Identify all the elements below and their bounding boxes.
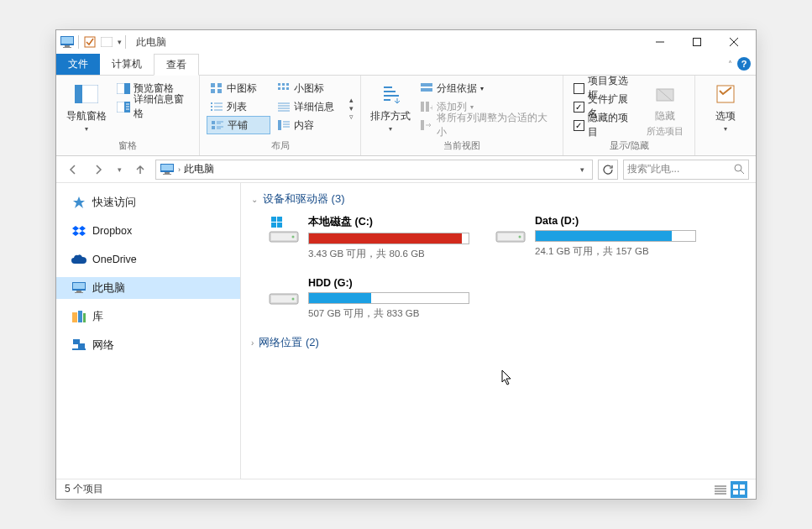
help-icon[interactable]: ?	[737, 57, 751, 71]
new-folder-icon[interactable]	[99, 34, 114, 50]
layout-content[interactable]: 内容	[274, 116, 346, 134]
svg-rect-70	[76, 291, 81, 292]
layout-scroll-down[interactable]: ▾	[349, 104, 354, 113]
nav-pane-button[interactable]: 导航窗格 ▾	[63, 79, 110, 133]
sidebar-item-quick-access[interactable]: 快速访问	[56, 191, 240, 213]
svg-rect-32	[212, 126, 215, 129]
drive-usage-bar	[308, 292, 469, 304]
window-controls	[642, 31, 752, 53]
address-bar[interactable]: › 此电脑 ▾	[155, 160, 593, 180]
computer-icon	[71, 280, 86, 296]
drive-item[interactable]: HDD (G:)507 GB 可用，共 833 GB	[268, 277, 469, 320]
ribbon-collapse-icon[interactable]: ˄	[728, 60, 732, 69]
group-header-devices[interactable]: ⌄ 设备和驱动器 (3)	[251, 191, 746, 207]
computer-icon	[160, 162, 175, 177]
status-item-count: 5 个项目	[65, 482, 103, 496]
minimize-button[interactable]	[642, 31, 678, 53]
sidebar-item-dropbox[interactable]: Dropbox	[56, 220, 240, 242]
svg-rect-2	[65, 45, 70, 47]
checkbox-checked-icon: ✓	[574, 102, 584, 113]
layout-details[interactable]: 详细信息	[274, 97, 346, 116]
layout-scroll-up[interactable]: ▴	[349, 96, 354, 104]
qat-separator	[78, 35, 79, 49]
drive-name: Data (D:)	[535, 215, 696, 227]
hide-icon	[652, 81, 678, 107]
view-tiles-button[interactable]	[731, 481, 747, 498]
svg-rect-3	[63, 47, 71, 48]
svg-rect-36	[282, 83, 285, 86]
properties-icon[interactable]	[82, 34, 97, 50]
content-icon	[277, 118, 291, 132]
drive-stat: 507 GB 可用，共 833 GB	[308, 307, 469, 320]
drive-item[interactable]: 本地磁盘 (C:)3.43 GB 可用，共 80.6 GB	[268, 215, 469, 260]
refresh-button[interactable]	[598, 160, 618, 180]
layout-list[interactable]: 列表	[207, 97, 270, 116]
layout-tiles[interactable]: 平铺	[207, 116, 270, 134]
qat-customize-icon[interactable]: ▾	[118, 38, 122, 46]
content-pane[interactable]: ⌄ 设备和驱动器 (3) 本地磁盘 (C:)3.43 GB 可用，共 80.6 …	[241, 183, 756, 479]
layout-medium-icons[interactable]: 中图标	[207, 79, 270, 97]
sidebar-item-network[interactable]: 网络	[56, 334, 240, 356]
drive-usage-bar	[308, 233, 469, 244]
cursor-icon	[501, 369, 515, 386]
svg-rect-74	[83, 313, 86, 322]
maximize-button[interactable]	[678, 31, 715, 53]
nav-up-button[interactable]	[130, 160, 150, 180]
tab-file[interactable]: 文件	[56, 54, 100, 75]
qat-separator	[125, 35, 126, 49]
preview-pane-icon	[117, 81, 130, 95]
svg-rect-20	[217, 83, 222, 87]
status-bar: 5 个项目	[56, 479, 756, 499]
svg-rect-81	[271, 217, 276, 222]
quick-access-toolbar: ▾	[60, 34, 128, 50]
drives-list: 本地磁盘 (C:)3.43 GB 可用，共 80.6 GBData (D:)24…	[268, 215, 746, 320]
nav-pane-icon	[73, 81, 100, 107]
add-col-icon: +	[420, 100, 433, 113]
system-menu-icon[interactable]	[60, 34, 75, 50]
svg-rect-71	[75, 292, 83, 293]
explorer-body: 快速访问 Dropbox OneDrive 此电脑 库	[56, 183, 756, 479]
ribbon: 导航窗格 ▾ 预览窗格 详细信息窗格 窗格 中图标 列表 平铺	[56, 76, 756, 156]
svg-rect-13	[124, 83, 130, 94]
tab-view[interactable]: 查看	[154, 54, 199, 76]
address-crumb[interactable]: 此电脑	[184, 162, 214, 176]
hidden-items-toggle[interactable]: ✓隐藏的项目	[570, 116, 639, 134]
search-input[interactable]: 搜索"此电...	[623, 160, 749, 180]
group-by-button[interactable]: 分组依据 ▾	[416, 79, 556, 97]
layout-small-icons[interactable]: 小图标	[274, 79, 346, 97]
nav-forward-button[interactable]	[88, 160, 108, 180]
hide-items-button[interactable]: 隐藏 所选项目	[642, 79, 688, 138]
fit-columns-button[interactable]: 将所有列调整为合适的大小	[416, 116, 556, 134]
search-icon	[734, 164, 745, 175]
sidebar-item-onedrive[interactable]: OneDrive	[56, 249, 240, 270]
svg-rect-21	[211, 89, 215, 93]
svg-rect-56	[426, 102, 429, 112]
chevron-right-icon[interactable]: ›	[178, 165, 181, 174]
details-pane-button[interactable]: 详细信息窗格	[113, 97, 192, 116]
nav-back-button[interactable]	[63, 160, 83, 180]
drive-item[interactable]: Data (D:)24.1 GB 可用，共 157 GB	[495, 215, 696, 260]
tab-computer[interactable]: 计算机	[100, 54, 154, 75]
sort-button[interactable]: 排序方式 ▾	[368, 79, 413, 138]
svg-rect-65	[163, 174, 171, 175]
svg-rect-27	[211, 109, 212, 111]
layout-expand[interactable]: ▿	[349, 113, 354, 121]
nav-history-button[interactable]: ▾	[113, 160, 125, 180]
svg-point-90	[292, 298, 295, 301]
svg-rect-29	[212, 121, 215, 124]
sidebar-item-libraries[interactable]: 库	[56, 306, 240, 327]
svg-point-66	[735, 165, 741, 171]
list-icon	[210, 100, 223, 113]
drive-stat: 3.43 GB 可用，共 80.6 GB	[308, 248, 469, 260]
onedrive-icon	[71, 252, 86, 267]
group-header-network[interactable]: › 网络位置 (2)	[251, 335, 746, 350]
svg-rect-76	[78, 343, 85, 348]
address-dropdown-icon[interactable]: ▾	[575, 165, 589, 174]
ribbon-group-label: 窗格	[63, 138, 192, 155]
view-details-button[interactable]	[712, 481, 729, 498]
ribbon-group-show-hide: 项目复选框 ✓文件扩展名 ✓隐藏的项目 隐藏 所选项目 显示/隐藏	[563, 76, 695, 155]
options-button[interactable]: 选项 ▾	[702, 79, 749, 140]
close-button[interactable]	[715, 31, 752, 53]
svg-rect-4	[85, 37, 95, 47]
sidebar-item-this-pc[interactable]: 此电脑	[56, 277, 240, 299]
